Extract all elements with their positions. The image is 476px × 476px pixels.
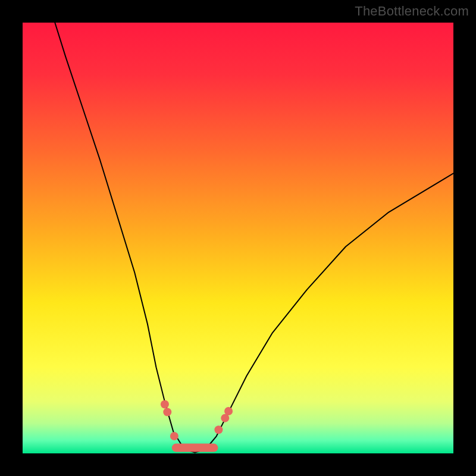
bottleneck-curve xyxy=(55,23,453,453)
valley-marker-right-point xyxy=(214,425,223,434)
valley-marker-left-point xyxy=(161,400,169,408)
plot-area xyxy=(23,23,453,453)
watermark-text: TheBottleneck.com xyxy=(355,4,469,19)
valley-marker-left-point xyxy=(163,408,171,416)
chart-svg xyxy=(23,23,453,453)
chart-frame: TheBottleneck.com xyxy=(0,0,476,476)
valley-marker-right-point xyxy=(224,407,233,415)
valley-marker-left-point xyxy=(170,432,178,440)
